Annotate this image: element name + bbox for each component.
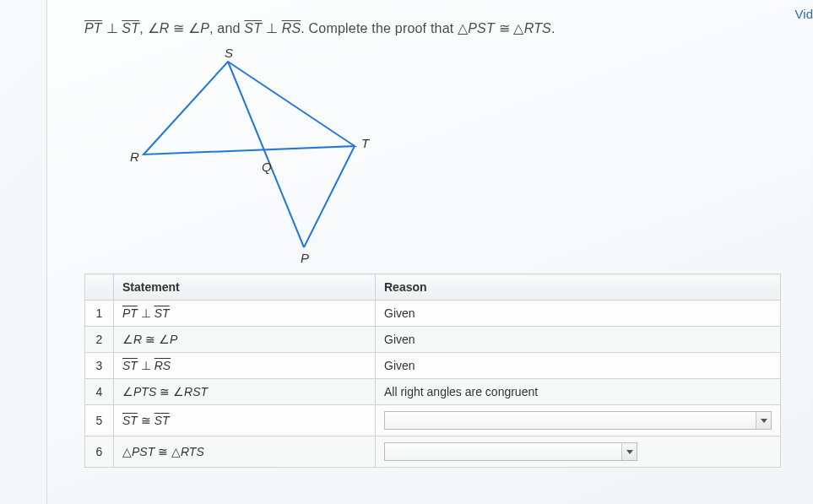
row-number: 4	[85, 379, 114, 405]
table-row: 2∠R ≅ ∠PGiven	[85, 327, 781, 353]
statement-cell: PT ⊥ ST	[114, 301, 376, 327]
row-number: 2	[85, 327, 114, 353]
reason-cell: All right angles are congruent	[376, 379, 781, 405]
row-number: 5	[85, 405, 114, 436]
col-statement-header: Statement	[114, 274, 376, 301]
statement-cell: ST ⊥ RS	[114, 353, 376, 379]
reason-select[interactable]	[384, 442, 637, 461]
reason-select[interactable]	[384, 411, 772, 430]
table-row: 4∠PTS ≅ ∠RSTAll right angles are congrue…	[85, 379, 781, 405]
reason-cell: Given	[376, 327, 781, 353]
video-link[interactable]: Vid	[795, 7, 813, 21]
statement-cell: ∠PTS ≅ ∠RST	[114, 379, 376, 405]
statement-cell: ∠R ≅ ∠P	[114, 327, 376, 353]
vertex-r-label: R	[130, 149, 139, 164]
vertex-q-label: Q	[262, 160, 272, 174]
row-number: 1	[85, 301, 114, 327]
vertex-p-label: P	[301, 251, 309, 264]
table-row: 3ST ⊥ RSGiven	[85, 353, 781, 379]
table-row: 5ST ≅ ST	[85, 405, 781, 436]
proof-table: Statement Reason 1PT ⊥ STGiven2∠R ≅ ∠PGi…	[84, 274, 781, 468]
reason-cell: Given	[376, 353, 781, 379]
statement-cell: ST ≅ ST	[114, 405, 376, 436]
reason-cell	[376, 405, 781, 436]
row-number: 3	[85, 353, 114, 379]
table-row: 6△PST ≅ △RTS	[85, 436, 781, 468]
statement-cell: △PST ≅ △RTS	[114, 436, 376, 468]
problem-prompt: PT ⊥ ST, ∠R ≅ ∠P, and ST ⊥ RS. Complete …	[84, 20, 813, 36]
col-reason-header: Reason	[376, 274, 781, 301]
geometry-diagram: S T R Q P	[118, 45, 405, 264]
col-number-header	[85, 274, 114, 301]
reason-cell	[376, 436, 781, 468]
table-row: 1PT ⊥ STGiven	[85, 301, 781, 327]
vertex-t-label: T	[361, 136, 371, 150]
reason-cell: Given	[376, 301, 781, 327]
row-number: 6	[85, 436, 114, 468]
vertex-s-label: S	[225, 46, 233, 60]
chevron-down-icon	[756, 412, 771, 429]
chevron-down-icon	[621, 443, 637, 460]
